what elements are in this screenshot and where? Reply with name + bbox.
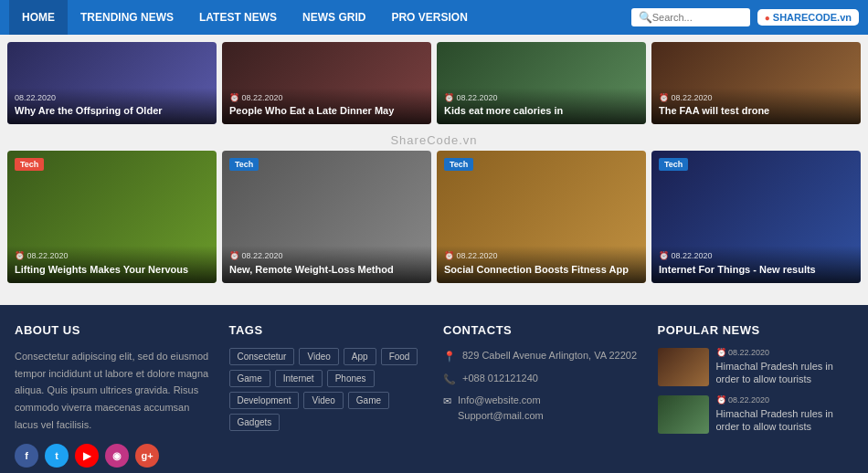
location-icon: 📍: [443, 349, 456, 364]
footer-grid: ABOUT US Consectetur adipiscing elit, se…: [15, 323, 853, 468]
nav-home[interactable]: HOME: [9, 0, 68, 35]
tag-badge-2: Tech: [444, 158, 473, 171]
popular-date-1: ⏰ 08.22.2020: [716, 395, 854, 405]
email-icon: ✉: [443, 394, 451, 409]
card-overlay-b1: ⏰ 08.22.2020 New, Remote Weight-Loss Met…: [222, 246, 431, 283]
card-title-b1: New, Remote Weight-Loss Method: [229, 263, 424, 276]
top-news-grid: 08.22.2020 Why Are the Offspring of Olde…: [7, 42, 861, 124]
tag-item-consectetur[interactable]: Consectetur: [229, 348, 295, 365]
card-top-0[interactable]: 08.22.2020 Why Are the Offspring of Olde…: [7, 42, 217, 124]
card-overlay-0: 08.22.2020 Why Are the Offspring of Olde…: [7, 88, 217, 124]
tag-badge-3: Tech: [659, 158, 688, 171]
tags-heading: TAGS: [229, 323, 426, 337]
social-icons: f t ▶ ◉ g+: [15, 444, 211, 468]
tag-item-app[interactable]: App: [344, 348, 376, 365]
footer-about: ABOUT US Consectetur adipiscing elit, se…: [15, 323, 211, 468]
card-title-b2: Social Connection Boosts Fitness App: [444, 263, 639, 276]
card-bottom-1[interactable]: Tech ⏰ 08.22.2020 New, Remote Weight-Los…: [222, 151, 431, 283]
card-title-2: Kids eat more calories in: [444, 105, 639, 117]
footer-contacts: CONTACTS 📍 829 Cabell Avenue Arlington, …: [443, 323, 640, 468]
contact-email: ✉ Info@website.comSupport@mail.com: [443, 393, 640, 423]
popular-thumb-1: [658, 395, 709, 434]
card-date-0: 08.22.2020: [15, 93, 209, 102]
card-overlay-b3: ⏰ 08.22.2020 Internet For Things - New r…: [651, 246, 861, 283]
popular-heading: POPULAR NEWS: [658, 323, 854, 337]
nav-trending[interactable]: TRENDING NEWS: [68, 0, 186, 35]
tag-item-development[interactable]: Development: [229, 392, 300, 409]
card-date-1: ⏰ 08.22.2020: [229, 93, 424, 102]
nav-grid[interactable]: NEWS GRID: [290, 0, 378, 35]
social-twitter[interactable]: t: [45, 444, 69, 468]
about-heading: ABOUT US: [15, 323, 211, 337]
social-googleplus[interactable]: g+: [135, 444, 159, 468]
contact-phone: 📞 +088 012121240: [443, 371, 640, 387]
popular-info-0: ⏰ 08.22.2020 Himachal Pradesh rules in o…: [716, 348, 854, 386]
card-date-3: ⏰ 08.22.2020: [659, 93, 853, 102]
popular-thumb-0: [658, 348, 709, 386]
spacer: [0, 290, 868, 305]
card-date-2: ⏰ 08.22.2020: [444, 93, 639, 102]
contacts-heading: CONTACTS: [443, 323, 640, 337]
social-youtube[interactable]: ▶: [75, 444, 99, 468]
card-bottom-3[interactable]: Tech ⏰ 08.22.2020 Internet For Things - …: [651, 151, 861, 283]
card-overlay-b2: ⏰ 08.22.2020 Social Connection Boosts Fi…: [437, 246, 646, 283]
card-title-b0: Lifting Weights Makes Your Nervous: [15, 263, 209, 276]
nav-latest[interactable]: LATEST NEWS: [186, 0, 290, 35]
popular-date-0: ⏰ 08.22.2020: [716, 348, 854, 357]
main-content: 08.22.2020 Why Are the Offspring of Olde…: [0, 35, 868, 290]
tag-item-video2[interactable]: Video: [303, 392, 343, 409]
search-input[interactable]: [652, 12, 735, 23]
card-date-b1: ⏰ 08.22.2020: [229, 251, 424, 260]
search-icon: 🔍: [639, 11, 652, 24]
watermark: ShareCode.vn: [7, 130, 861, 151]
contact-address: 📍 829 Cabell Avenue Arlington, VA 22202: [443, 348, 640, 364]
card-title-b3: Internet For Things - New results: [659, 263, 853, 276]
footer-popular: POPULAR NEWS ⏰ 08.22.2020 Himachal Prade…: [658, 323, 854, 468]
card-date-b2: ⏰ 08.22.2020: [444, 251, 639, 260]
tag-badge-1: Tech: [229, 158, 259, 171]
tag-item-food[interactable]: Food: [381, 348, 418, 365]
popular-title-0: Himachal Pradesh rules in order to allow…: [716, 360, 854, 386]
tag-item-gadgets[interactable]: Gadgets: [229, 414, 281, 431]
site-logo: ● SHARECODE.vn: [757, 9, 859, 26]
card-title-1: People Who Eat a Late Dinner May: [229, 105, 424, 117]
card-bottom-0[interactable]: Tech ⏰ 08.22.2020 Lifting Weights Makes …: [7, 151, 217, 283]
card-date-b0: ⏰ 08.22.2020: [15, 251, 209, 260]
popular-title-1: Himachal Pradesh rules in order to allow…: [716, 407, 854, 434]
card-bottom-2[interactable]: Tech ⏰ 08.22.2020 Social Connection Boos…: [437, 151, 646, 283]
card-date-b3: ⏰ 08.22.2020: [659, 251, 853, 260]
card-title-0: Why Are the Offspring of Older: [15, 105, 209, 117]
tag-item-internet[interactable]: Internet: [275, 370, 323, 387]
social-facebook[interactable]: f: [15, 444, 38, 468]
popular-info-1: ⏰ 08.22.2020 Himachal Pradesh rules in o…: [716, 395, 854, 434]
social-instagram[interactable]: ◉: [105, 444, 129, 468]
card-overlay-b0: ⏰ 08.22.2020 Lifting Weights Makes Your …: [7, 246, 217, 283]
footer: ABOUT US Consectetur adipiscing elit, se…: [0, 305, 868, 473]
card-title-3: The FAA will test drone: [659, 105, 853, 117]
card-top-1[interactable]: ⏰ 08.22.2020 People Who Eat a Late Dinne…: [222, 42, 431, 124]
about-text: Consectetur adipiscing elit, sed do eius…: [15, 348, 211, 433]
card-top-3[interactable]: ⏰ 08.22.2020 The FAA will test drone: [651, 42, 861, 124]
card-top-2[interactable]: ⏰ 08.22.2020 Kids eat more calories in: [437, 42, 646, 124]
card-overlay-3: ⏰ 08.22.2020 The FAA will test drone: [651, 88, 861, 124]
popular-item-1[interactable]: ⏰ 08.22.2020 Himachal Pradesh rules in o…: [658, 395, 854, 434]
tag-item-game[interactable]: Game: [229, 370, 270, 387]
main-nav: HOME TRENDING NEWS LATEST NEWS NEWS GRID…: [0, 0, 868, 35]
phone-icon: 📞: [443, 372, 456, 387]
nav-pro[interactable]: PRO VERSION: [378, 0, 480, 35]
tag-badge-0: Tech: [15, 158, 44, 171]
card-overlay-1: ⏰ 08.22.2020 People Who Eat a Late Dinne…: [222, 88, 431, 124]
footer-tags: TAGS Consectetur Video App Food Game Int…: [229, 323, 426, 468]
tag-item-video[interactable]: Video: [299, 348, 338, 365]
popular-item-0[interactable]: ⏰ 08.22.2020 Himachal Pradesh rules in o…: [658, 348, 854, 386]
card-overlay-2: ⏰ 08.22.2020 Kids eat more calories in: [437, 88, 646, 124]
tags-container: Consectetur Video App Food Game Internet…: [229, 348, 426, 431]
tag-item-game2[interactable]: Game: [348, 392, 389, 409]
bottom-news-grid: Tech ⏰ 08.22.2020 Lifting Weights Makes …: [7, 151, 861, 283]
search-area[interactable]: 🔍: [631, 8, 750, 26]
tag-item-phones[interactable]: Phones: [327, 370, 375, 387]
